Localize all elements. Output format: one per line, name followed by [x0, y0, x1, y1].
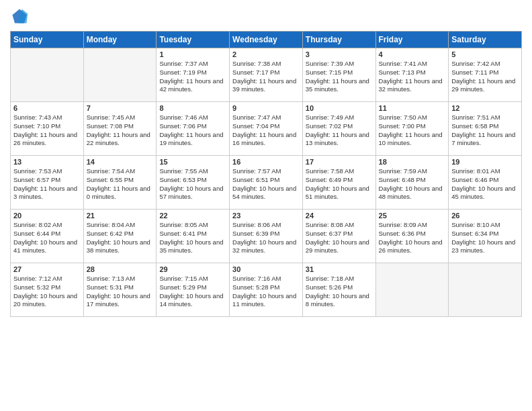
day-info: Sunrise: 8:08 AMSunset: 6:37 PMDaylight:…	[306, 221, 373, 255]
day-number: 8	[159, 104, 226, 112]
logo-icon	[10, 7, 29, 26]
day-number: 9	[232, 104, 300, 112]
calendar-cell: 5Sunrise: 7:42 AMSunset: 7:11 PMDaylight…	[449, 48, 522, 102]
calendar-cell: 3Sunrise: 7:39 AMSunset: 7:15 PMDaylight…	[302, 48, 375, 102]
day-number: 30	[232, 265, 300, 273]
day-info: Sunrise: 8:01 AMSunset: 6:46 PMDaylight:…	[451, 167, 519, 201]
day-info: Sunrise: 7:43 AMSunset: 7:10 PMDaylight:…	[13, 113, 81, 148]
calendar-cell: 22Sunrise: 8:05 AMSunset: 6:41 PMDayligh…	[157, 210, 230, 263]
day-info: Sunrise: 7:16 AMSunset: 5:28 PMDaylight:…	[232, 275, 300, 309]
day-info: Sunrise: 7:50 AMSunset: 7:00 PMDaylight:…	[379, 113, 446, 148]
day-info: Sunrise: 7:12 AMSunset: 5:32 PMDaylight:…	[13, 275, 81, 309]
calendar-cell: 2Sunrise: 7:38 AMSunset: 7:17 PMDaylight…	[230, 48, 303, 102]
day-info: Sunrise: 7:58 AMSunset: 6:49 PMDaylight:…	[306, 167, 373, 201]
day-number: 1	[159, 50, 226, 58]
calendar-cell: 29Sunrise: 7:15 AMSunset: 5:29 PMDayligh…	[157, 263, 230, 317]
day-info: Sunrise: 8:05 AMSunset: 6:41 PMDaylight:…	[159, 221, 226, 255]
day-number: 18	[379, 158, 446, 166]
calendar-day-header: Tuesday	[157, 32, 230, 48]
calendar-cell: 21Sunrise: 8:04 AMSunset: 6:42 PMDayligh…	[83, 210, 157, 263]
day-info: Sunrise: 7:42 AMSunset: 7:11 PMDaylight:…	[451, 60, 519, 94]
calendar-cell: 20Sunrise: 8:02 AMSunset: 6:44 PMDayligh…	[11, 210, 84, 263]
calendar-cell: 24Sunrise: 8:08 AMSunset: 6:37 PMDayligh…	[302, 210, 375, 263]
day-number: 26	[451, 212, 519, 220]
day-info: Sunrise: 8:02 AMSunset: 6:44 PMDaylight:…	[13, 221, 81, 255]
calendar-cell: 31Sunrise: 7:18 AMSunset: 5:26 PMDayligh…	[302, 263, 375, 317]
day-info: Sunrise: 7:57 AMSunset: 6:51 PMDaylight:…	[232, 167, 300, 201]
day-number: 21	[87, 212, 154, 220]
day-number: 10	[306, 104, 373, 112]
day-info: Sunrise: 7:54 AMSunset: 6:55 PMDaylight:…	[87, 167, 154, 201]
calendar-cell: 8Sunrise: 7:46 AMSunset: 7:06 PMDaylight…	[157, 102, 230, 156]
day-info: Sunrise: 7:15 AMSunset: 5:29 PMDaylight:…	[159, 275, 226, 309]
calendar-day-header: Saturday	[449, 32, 522, 48]
day-info: Sunrise: 7:46 AMSunset: 7:06 PMDaylight:…	[159, 113, 226, 148]
day-number: 3	[306, 50, 373, 58]
day-number: 16	[232, 158, 300, 166]
calendar-week-row: 13Sunrise: 7:53 AMSunset: 6:57 PMDayligh…	[11, 156, 522, 210]
day-number: 2	[232, 50, 300, 58]
day-number: 24	[306, 212, 373, 220]
calendar-cell	[11, 48, 84, 102]
day-info: Sunrise: 7:38 AMSunset: 7:17 PMDaylight:…	[232, 60, 300, 94]
day-number: 7	[87, 104, 154, 112]
day-info: Sunrise: 7:37 AMSunset: 7:19 PMDaylight:…	[159, 60, 226, 94]
calendar-day-header: Sunday	[11, 32, 84, 48]
day-number: 6	[13, 104, 81, 112]
calendar-day-header: Friday	[375, 32, 449, 48]
calendar-cell: 27Sunrise: 7:12 AMSunset: 5:32 PMDayligh…	[11, 263, 84, 317]
day-info: Sunrise: 7:59 AMSunset: 6:48 PMDaylight:…	[379, 167, 446, 201]
calendar: SundayMondayTuesdayWednesdayThursdayFrid…	[10, 31, 522, 317]
calendar-cell: 19Sunrise: 8:01 AMSunset: 6:46 PMDayligh…	[449, 156, 522, 210]
day-number: 14	[87, 158, 154, 166]
calendar-cell: 4Sunrise: 7:41 AMSunset: 7:13 PMDaylight…	[375, 48, 449, 102]
calendar-cell: 7Sunrise: 7:45 AMSunset: 7:08 PMDaylight…	[83, 102, 157, 156]
calendar-day-header: Thursday	[302, 32, 375, 48]
calendar-cell: 6Sunrise: 7:43 AMSunset: 7:10 PMDaylight…	[11, 102, 84, 156]
day-number: 19	[451, 158, 519, 166]
calendar-week-row: 1Sunrise: 7:37 AMSunset: 7:19 PMDaylight…	[11, 48, 522, 102]
calendar-cell: 15Sunrise: 7:55 AMSunset: 6:53 PMDayligh…	[157, 156, 230, 210]
day-number: 31	[306, 265, 373, 273]
day-info: Sunrise: 7:51 AMSunset: 6:58 PMDaylight:…	[451, 113, 519, 148]
calendar-cell: 13Sunrise: 7:53 AMSunset: 6:57 PMDayligh…	[11, 156, 84, 210]
day-info: Sunrise: 7:47 AMSunset: 7:04 PMDaylight:…	[232, 113, 300, 148]
calendar-cell: 10Sunrise: 7:49 AMSunset: 7:02 PMDayligh…	[302, 102, 375, 156]
calendar-cell: 12Sunrise: 7:51 AMSunset: 6:58 PMDayligh…	[449, 102, 522, 156]
page: SundayMondayTuesdayWednesdayThursdayFrid…	[0, 0, 532, 411]
day-number: 5	[451, 50, 519, 58]
day-info: Sunrise: 8:09 AMSunset: 6:36 PMDaylight:…	[379, 221, 446, 255]
day-number: 28	[87, 265, 154, 273]
day-info: Sunrise: 7:55 AMSunset: 6:53 PMDaylight:…	[159, 167, 226, 201]
calendar-cell: 30Sunrise: 7:16 AMSunset: 5:28 PMDayligh…	[230, 263, 303, 317]
calendar-cell: 18Sunrise: 7:59 AMSunset: 6:48 PMDayligh…	[375, 156, 449, 210]
day-number: 15	[159, 158, 226, 166]
day-number: 23	[232, 212, 300, 220]
day-number: 11	[379, 104, 446, 112]
calendar-day-header: Wednesday	[230, 32, 303, 48]
day-number: 4	[379, 50, 446, 58]
calendar-cell: 14Sunrise: 7:54 AMSunset: 6:55 PMDayligh…	[83, 156, 157, 210]
day-info: Sunrise: 7:49 AMSunset: 7:02 PMDaylight:…	[306, 113, 373, 148]
calendar-cell	[83, 48, 157, 102]
day-info: Sunrise: 7:39 AMSunset: 7:15 PMDaylight:…	[306, 60, 373, 94]
day-info: Sunrise: 8:04 AMSunset: 6:42 PMDaylight:…	[87, 221, 154, 255]
calendar-cell	[449, 263, 522, 317]
day-info: Sunrise: 7:13 AMSunset: 5:31 PMDaylight:…	[87, 275, 154, 309]
calendar-cell: 26Sunrise: 8:10 AMSunset: 6:34 PMDayligh…	[449, 210, 522, 263]
day-info: Sunrise: 7:53 AMSunset: 6:57 PMDaylight:…	[13, 167, 81, 201]
calendar-cell	[375, 263, 449, 317]
calendar-cell: 28Sunrise: 7:13 AMSunset: 5:31 PMDayligh…	[83, 263, 157, 317]
day-info: Sunrise: 8:06 AMSunset: 6:39 PMDaylight:…	[232, 221, 300, 255]
calendar-cell: 25Sunrise: 8:09 AMSunset: 6:36 PMDayligh…	[375, 210, 449, 263]
day-number: 17	[306, 158, 373, 166]
calendar-week-row: 6Sunrise: 7:43 AMSunset: 7:10 PMDaylight…	[11, 102, 522, 156]
day-number: 20	[13, 212, 81, 220]
logo	[10, 7, 32, 26]
day-info: Sunrise: 8:10 AMSunset: 6:34 PMDaylight:…	[451, 221, 519, 255]
calendar-cell: 1Sunrise: 7:37 AMSunset: 7:19 PMDaylight…	[157, 48, 230, 102]
day-info: Sunrise: 7:41 AMSunset: 7:13 PMDaylight:…	[379, 60, 446, 94]
calendar-cell: 11Sunrise: 7:50 AMSunset: 7:00 PMDayligh…	[375, 102, 449, 156]
calendar-day-header: Monday	[83, 32, 157, 48]
calendar-cell: 9Sunrise: 7:47 AMSunset: 7:04 PMDaylight…	[230, 102, 303, 156]
